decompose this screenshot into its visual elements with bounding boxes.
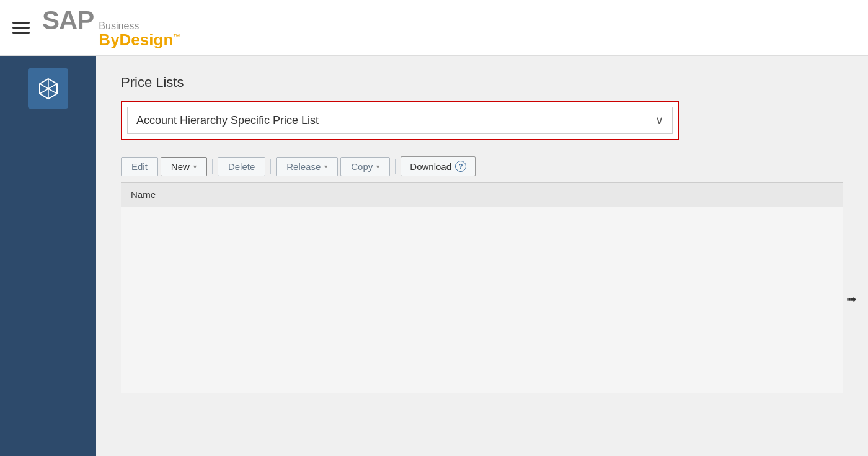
sap-bydesign-block: Business ByDesign™ <box>99 20 180 48</box>
menu-icon[interactable] <box>12 22 30 34</box>
separator-3 <box>395 159 396 174</box>
svg-line-5 <box>40 89 48 94</box>
price-list-dropdown[interactable]: Account Hierarchy Specific Price List ∨ <box>127 107 673 134</box>
new-arrow-icon: ▾ <box>193 163 197 170</box>
release-arrow-icon: ▾ <box>324 163 327 170</box>
main-content: Price Lists Account Hierarchy Specific P… <box>96 56 868 456</box>
page-title: Price Lists <box>121 74 843 91</box>
sap-logo: SAP Business ByDesign™ <box>42 7 180 48</box>
main-layout: Price Lists Account Hierarchy Specific P… <box>0 56 868 456</box>
copy-button[interactable]: Copy ▾ <box>340 157 390 176</box>
chevron-down-icon: ∨ <box>655 114 663 127</box>
cube-icon <box>36 76 61 101</box>
sap-bydesign-label: ByDesign™ <box>99 32 180 48</box>
copy-arrow-icon: ▾ <box>376 163 379 170</box>
app-header: SAP Business ByDesign™ <box>0 0 868 56</box>
column-name-header: Name <box>131 189 156 200</box>
delete-button[interactable]: Delete <box>218 157 265 176</box>
dropdown-selected-value: Account Hierarchy Specific Price List <box>136 114 319 127</box>
sap-brand-text: SAP <box>42 7 94 34</box>
table-body <box>121 207 843 393</box>
edit-button[interactable]: Edit <box>121 157 158 176</box>
separator-1 <box>212 159 213 174</box>
new-button[interactable]: New ▾ <box>161 157 207 176</box>
release-button[interactable]: Release ▾ <box>276 157 338 176</box>
svg-line-2 <box>48 84 57 89</box>
download-button[interactable]: Download ? <box>401 156 476 176</box>
sidebar <box>0 56 96 456</box>
help-icon[interactable]: ? <box>455 161 466 172</box>
toolbar: Edit New ▾ Delete Release ▾ Copy ▾ Do <box>121 150 843 183</box>
sidebar-active-item[interactable] <box>28 68 68 109</box>
dropdown-container: Account Hierarchy Specific Price List ∨ <box>121 101 679 140</box>
table-header: Name <box>121 183 843 207</box>
separator-2 <box>270 159 271 174</box>
svg-line-3 <box>40 84 48 89</box>
svg-line-4 <box>48 89 57 94</box>
